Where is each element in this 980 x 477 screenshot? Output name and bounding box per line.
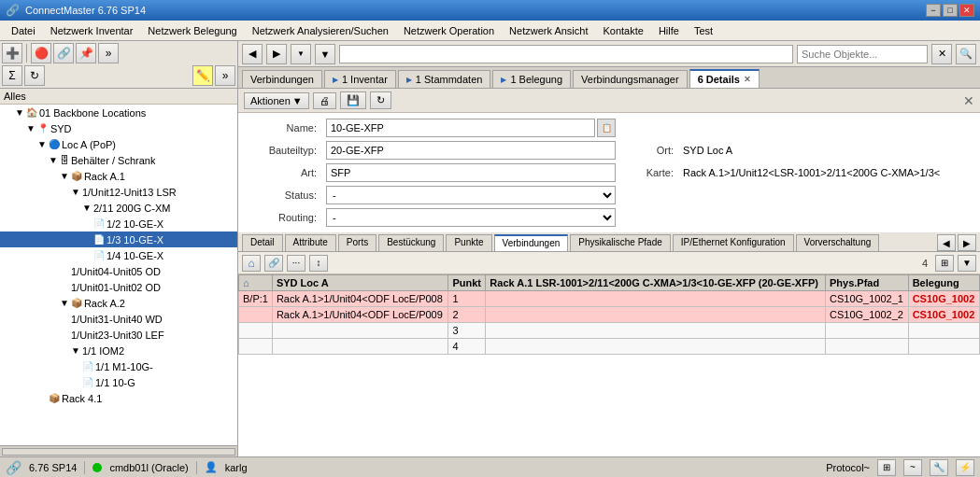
menu-datei[interactable]: Datei [4,23,43,38]
tree-node-iom2[interactable]: ▼ 1/1 IOM2 [0,343,237,358]
tab-label: 1 Belegung [510,74,562,85]
tree-expand-icon: ▼ [60,298,69,308]
content-close-button[interactable]: ✕ [963,93,974,108]
subtab-bestuckung[interactable]: Bestückung [378,234,444,251]
menu-netzwerk-belegung[interactable]: Netzwerk Belegung [140,23,244,38]
nav-down-button[interactable]: ▼ [291,44,311,64]
verb-arrow-button[interactable]: ↕ [309,255,328,272]
tree-node-rack-a2[interactable]: ▼ 📦 Rack A.2 [0,295,237,311]
routing-select[interactable]: - [326,208,616,227]
menu-kontakte[interactable]: Kontakte [595,23,650,38]
tree-node-rack-41[interactable]: 📦 Rack 4.1 [0,390,237,406]
tree-node-port-1-4[interactable]: 📄 1/4 10-GE-X [0,247,237,263]
tab-verbindungen[interactable]: Verbindungen [242,70,322,88]
status-btn-4[interactable]: ⚡ [956,459,974,476]
menu-netzwerk-inventar[interactable]: Netzwerk Inventar [43,23,141,38]
subtab-ip-ethernet[interactable]: IP/Ethernet Konfiguration [673,234,794,251]
aktionen-button[interactable]: Aktionen ▼ [244,92,309,109]
art-input[interactable] [326,163,616,182]
cell-phys-pfad: CS10G_1002_1 [825,291,908,307]
tab-inventar[interactable]: ▶ 1 Inventar [324,70,396,88]
verb-home-button[interactable]: ⌂ [242,255,261,272]
toolbar-expand-btn[interactable]: » [215,65,235,86]
status-btn-2[interactable]: ~ [903,459,922,476]
verb-dropdown-button[interactable]: ▼ [958,255,976,272]
tree-node-unit01[interactable]: 1/Unit01-Unit02 OD [0,279,237,295]
verb-dots-button[interactable]: ··· [287,255,305,272]
tab-belegung[interactable]: ▶ 1 Belegung [492,70,571,88]
nav-forward-button[interactable]: ▶ [266,44,287,64]
verb-grid-button[interactable]: ⊞ [935,255,954,272]
tree-area[interactable]: ▼ 🏠 01 Backbone Locations ▼ 📍 SYD ▼ 🔵 Lo… [0,105,237,445]
subtab-prev-button[interactable]: ◀ [937,234,956,251]
titlebar-title: ConnectMaster 6.76 SP14 [25,5,146,16]
tree-node-syd[interactable]: ▼ 📍 SYD [0,120,237,136]
tab-stammdaten[interactable]: ▶ 1 Stammdaten [398,70,491,88]
search-input[interactable] [797,45,928,63]
subtab-vorverschaltung[interactable]: Vorverschaltung [796,234,880,251]
toolbar-add-button[interactable]: ➕ [2,43,22,63]
subtab-verbindungen[interactable]: Verbindungen [494,234,569,251]
toolbar-connect-btn[interactable]: 🔗 [53,43,74,63]
tab-verbindungsmanager[interactable]: Verbindungsmanager [573,70,688,88]
subtab-next-button[interactable]: ▶ [958,234,976,251]
copy-name-button[interactable]: 📋 [597,119,616,137]
status-btn-3[interactable]: 🔧 [930,459,948,476]
toolbar-sigma-btn[interactable]: Σ [2,65,22,86]
tree-expand-icon: ▼ [26,123,36,133]
tree-node-port-1-2[interactable]: 📄 1/2 10-GE-X [0,216,237,231]
tree-node-port-1-3[interactable]: 📄 1/3 10-GE-X [0,231,237,247]
save-button[interactable]: 💾 [340,91,366,109]
tab-label: Verbindungen [250,74,314,85]
menu-netzwerk-analysieren[interactable]: Netzwerk Analysieren/Suchen [245,23,396,38]
subtab-detail[interactable]: Detail [242,234,283,251]
status-btn-1[interactable]: ⊞ [877,459,896,476]
location-input[interactable] [339,45,793,63]
tree-node-behalter[interactable]: ▼ 🗄 Behälter / Schrank [0,152,237,168]
tree-node-1g[interactable]: 📄 1/1 10-G [0,374,237,390]
table-container[interactable]: ⌂ SYD Loc A Punkt Rack A.1 LSR-1001>2/11… [238,274,980,456]
tab-close-button[interactable]: ✕ [744,75,751,84]
subtab-ports[interactable]: Ports [338,234,376,251]
menu-netzwerk-operation[interactable]: Netzwerk Operation [396,23,502,38]
h-scrollbar[interactable] [0,445,237,456]
print-button[interactable]: 🖨 [313,92,336,109]
toolbar-yellow-btn[interactable]: ✏️ [192,65,213,86]
dropdown-btn[interactable]: ▼ [315,44,335,64]
search-button[interactable]: 🔍 [956,44,976,64]
tree-node-200g[interactable]: ▼ 2/11 200G C-XM [0,200,237,216]
tree-node-unit31[interactable]: 1/Unit31-Unit40 WD [0,311,237,327]
name-input[interactable] [326,119,595,137]
subtab-punkte[interactable]: Punkte [446,234,491,251]
refresh-button[interactable]: ↻ [370,91,391,109]
minimize-button[interactable]: − [926,4,941,17]
nav-back-button[interactable]: ◀ [242,44,263,64]
subtab-attribute[interactable]: Attribute [285,234,336,251]
search-clear-button[interactable]: ✕ [931,44,952,64]
tab-details[interactable]: 6 Details ✕ [689,69,760,88]
verb-table: ⌂ SYD Loc A Punkt Rack A.1 LSR-1001>2/11… [238,274,980,355]
verb-count: 4 [922,258,928,269]
tree-node-unit12[interactable]: ▼ 1/Unit12-Unit13 LSR [0,184,237,200]
tab-arrow-icon: ▶ [406,76,412,84]
bauteiltyp-input[interactable] [326,141,616,160]
toolbar-refresh-btn[interactable]: ↻ [24,65,45,86]
tree-node-unit04[interactable]: 1/Unit04-Unit05 OD [0,263,237,279]
maximize-button[interactable]: □ [943,4,958,17]
toolbar-red-btn[interactable]: 🔴 [31,43,51,63]
status-select[interactable]: - [326,186,616,204]
toolbar-more-btn[interactable]: » [98,43,119,63]
toolbar-pin-btn[interactable]: 📌 [76,43,96,63]
tree-node-unit23[interactable]: 1/Unit23-Unit30 LEF [0,327,237,343]
tree-node-m1[interactable]: 📄 1/1 M1-10G- [0,358,237,374]
close-button[interactable]: ✕ [959,4,974,17]
verb-link-button[interactable]: 🔗 [264,255,283,272]
menu-test[interactable]: Test [687,23,720,38]
menu-netzwerk-ansicht[interactable]: Netzwerk Ansicht [502,23,595,38]
col-bp: ⌂ [239,275,273,291]
subtab-physikalische[interactable]: Physikalische Pfade [570,234,671,251]
tree-node-rack-a1[interactable]: ▼ 📦 Rack A.1 [0,168,237,184]
tree-node-backbone[interactable]: ▼ 🏠 01 Backbone Locations [0,105,237,120]
menu-hilfe[interactable]: Hilfe [651,23,687,38]
tree-node-loca[interactable]: ▼ 🔵 Loc A (PoP) [0,136,237,152]
